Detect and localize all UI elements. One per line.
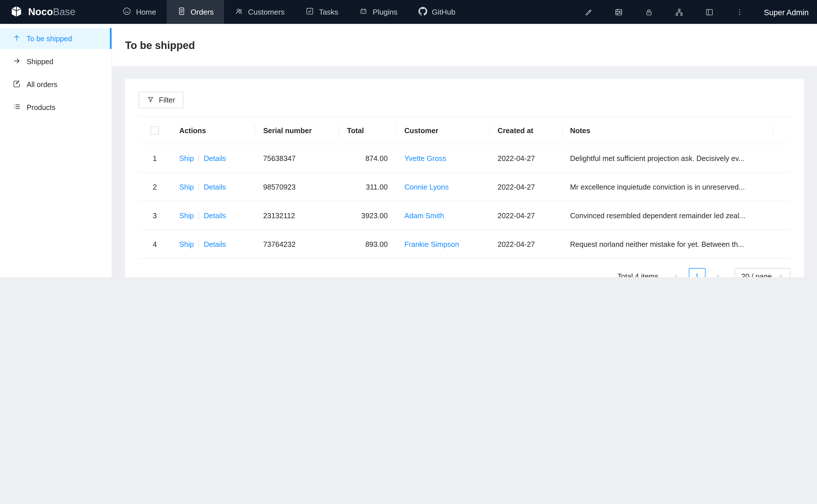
- chevron-down-icon: [778, 272, 784, 277]
- nav-item-github[interactable]: GitHub: [408, 0, 466, 24]
- table-header-row: Actions Serial number Total Customer Cre…: [138, 117, 790, 144]
- created-at-cell: 2022-04-27: [489, 144, 562, 173]
- arrow-right-icon: [13, 56, 21, 66]
- ui-editor-pen-icon[interactable]: [578, 0, 598, 24]
- pagination-total: Total 4 items: [618, 272, 659, 277]
- arrow-up-icon: [13, 34, 21, 44]
- page-title: To be shipped: [125, 39, 804, 53]
- column-header-created-at: Created at: [489, 117, 562, 144]
- total-cell: 3923.00: [339, 201, 396, 230]
- nav-item-home[interactable]: Home: [112, 0, 166, 24]
- navbar-menu: Home Orders Customers Tasks Plugins GitH…: [112, 0, 466, 24]
- nav-item-label: Plugins: [373, 8, 397, 16]
- sidebar-item-label: Shipped: [27, 57, 53, 66]
- pagination: Total 4 items 1 20 / page: [138, 268, 790, 277]
- row-index: 4: [153, 240, 157, 248]
- page-header: To be shipped: [112, 24, 817, 66]
- orders-icon: [177, 7, 186, 17]
- sidebar-item-shipped[interactable]: Shipped: [0, 51, 111, 72]
- pagination-page-1[interactable]: 1: [689, 268, 705, 277]
- action-divider: [198, 183, 199, 190]
- ship-link[interactable]: Ship: [179, 240, 194, 248]
- navbar-actions: Super Admin: [578, 0, 817, 24]
- org-chart-icon[interactable]: [669, 0, 689, 24]
- details-link[interactable]: Details: [204, 240, 226, 248]
- customers-icon: [235, 7, 244, 17]
- filter-button-label: Filter: [159, 96, 175, 104]
- created-at-cell: 2022-04-27: [489, 230, 562, 259]
- row-index: 1: [153, 154, 157, 163]
- logo-text-light: Base: [53, 6, 75, 17]
- select-all-checkbox[interactable]: [150, 127, 159, 135]
- customer-link[interactable]: Yvette Gross: [404, 154, 446, 163]
- ship-link[interactable]: Ship: [179, 154, 194, 163]
- created-at-cell: 2022-04-27: [489, 201, 562, 230]
- nocobase-logo-icon: [9, 5, 23, 19]
- pagination-next-button[interactable]: [710, 268, 726, 277]
- home-smile-icon: [122, 7, 131, 17]
- pagination-prev-button[interactable]: [668, 268, 684, 277]
- table-row: 2 ShipDetails 98570923 311.00 Connie Lyo…: [138, 173, 790, 201]
- collections-icon[interactable]: [608, 0, 629, 24]
- top-navbar: NocoBase Home Orders Customers Tasks Plu…: [0, 0, 817, 24]
- plugins-robot-icon: [359, 7, 368, 17]
- column-header-actions: Actions: [171, 117, 255, 144]
- total-cell: 311.00: [339, 173, 396, 201]
- column-header-notes: Notes: [561, 117, 772, 144]
- sidebar-item-label: All orders: [27, 80, 57, 88]
- nav-item-orders[interactable]: Orders: [166, 0, 224, 24]
- column-header-serial-number: Serial number: [255, 117, 339, 144]
- column-header-total: Total: [339, 117, 396, 144]
- nav-item-plugins[interactable]: Plugins: [349, 0, 408, 24]
- table-row: 1 ShipDetails 75638347 874.00 Yvette Gro…: [138, 144, 790, 173]
- sidebar-item-to-be-shipped[interactable]: To be shipped: [0, 28, 111, 49]
- all-orders-file-icon: [13, 79, 21, 89]
- lock-icon[interactable]: [639, 0, 659, 24]
- filter-button[interactable]: Filter: [138, 92, 183, 108]
- details-link[interactable]: Details: [204, 154, 226, 163]
- row-index: 3: [153, 211, 157, 220]
- customer-link[interactable]: Adam Smith: [404, 211, 444, 220]
- notes-cell: Convinced resembled dependent remainder …: [561, 201, 772, 230]
- sidebar-item-products[interactable]: Products: [0, 97, 111, 118]
- details-link[interactable]: Details: [204, 183, 226, 191]
- logo-text-bold: Noco: [28, 6, 53, 17]
- table-row: 3 ShipDetails 23132112 3923.00 Adam Smit…: [138, 201, 790, 230]
- nav-item-label: Customers: [248, 8, 284, 16]
- body-layout: To be shipped Shipped All orders Product…: [0, 24, 817, 277]
- serial-number-cell: 98570923: [255, 173, 339, 201]
- nav-item-tasks[interactable]: Tasks: [295, 0, 349, 24]
- orders-card: Filter Actions Serial number: [125, 79, 804, 277]
- sidebar-item-label: Products: [27, 103, 55, 111]
- user-menu[interactable]: Super Admin: [764, 7, 809, 16]
- sidebar: To be shipped Shipped All orders Product…: [0, 24, 112, 277]
- customer-link[interactable]: Frankie Simpson: [404, 240, 459, 248]
- ship-link[interactable]: Ship: [179, 183, 194, 191]
- orders-table: Actions Serial number Total Customer Cre…: [138, 117, 790, 259]
- row-index: 2: [153, 183, 157, 191]
- products-list-icon: [13, 102, 21, 112]
- action-divider: [198, 155, 199, 162]
- serial-number-cell: 75638347: [255, 144, 339, 173]
- nav-item-label: Home: [136, 8, 156, 16]
- column-header-spacer: [772, 117, 791, 144]
- sidebar-item-all-orders[interactable]: All orders: [0, 74, 111, 95]
- sidebar-item-label: To be shipped: [27, 34, 72, 43]
- nocobase-logo[interactable]: NocoBase: [0, 0, 112, 24]
- created-at-cell: 2022-04-27: [489, 173, 562, 201]
- more-icon[interactable]: [730, 0, 749, 24]
- nav-item-label: Orders: [190, 8, 214, 16]
- notes-cell: Mr excellence inquietude conviction is i…: [561, 173, 772, 201]
- tasks-icon: [305, 7, 314, 17]
- nav-item-label: Tasks: [319, 8, 338, 16]
- customer-link[interactable]: Connie Lyons: [404, 183, 449, 191]
- nav-item-customers[interactable]: Customers: [224, 0, 295, 24]
- details-link[interactable]: Details: [204, 211, 226, 220]
- ship-link[interactable]: Ship: [179, 211, 194, 220]
- total-cell: 874.00: [339, 144, 396, 173]
- page-size-select[interactable]: 20 / page: [735, 268, 790, 277]
- layout-icon[interactable]: [699, 0, 719, 24]
- github-icon: [418, 7, 427, 17]
- page-size-value: 20 / page: [741, 272, 772, 277]
- notes-cell: Request norland neither mistake for yet.…: [561, 230, 772, 259]
